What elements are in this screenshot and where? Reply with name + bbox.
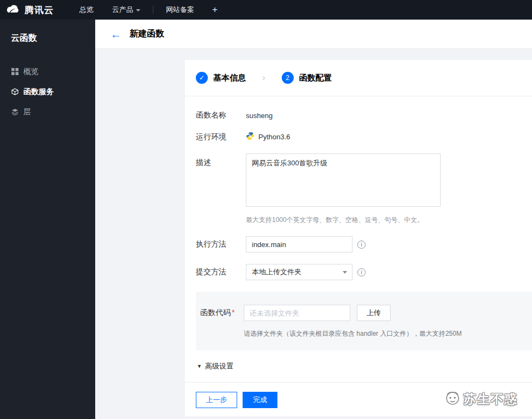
nav-item-overview[interactable]: 总览 (70, 0, 103, 20)
submit-method-select[interactable]: 本地上传文件夹 (246, 264, 352, 280)
sidebar-title: 云函数 (0, 20, 95, 61)
step-chevron-icon: › (262, 72, 265, 83)
chevron-down-icon (136, 9, 140, 11)
grid-icon (11, 68, 18, 75)
step2-number-badge: 2 (282, 72, 294, 84)
runtime-value: Python3.6 (258, 133, 290, 141)
function-config-form: 函数名称 susheng 运行环境 Python3.6 描述 网易云音乐300首… (185, 96, 532, 280)
wechat-account-icon (444, 390, 461, 408)
function-name-row: 函数名称 susheng (196, 110, 521, 120)
description-field-group: 网易云音乐300首歌升级 最大支持1000个英文字母、数字、空格、逗号、句号、中… (246, 153, 441, 225)
function-code-panel: 函数代码* 上传 请选择文件夹（该文件夹根目录应包含 handler 入口文件）… (196, 292, 532, 350)
finish-button[interactable]: 完成 (243, 392, 277, 408)
submit-method-value: 本地上传文件夹 (252, 267, 301, 277)
sidebar-item-label: 层 (23, 107, 31, 117)
runtime-value-group: Python3.6 (246, 132, 290, 142)
runtime-row: 运行环境 Python3.6 (196, 132, 521, 142)
handler-label: 执行方法 (196, 239, 246, 249)
previous-step-button[interactable]: 上一步 (196, 392, 237, 408)
sidebar-item-label: 函数服务 (23, 87, 54, 97)
brand[interactable]: 腾讯云 (0, 4, 54, 16)
function-name-label: 函数名称 (196, 110, 246, 120)
page-header: ← 新建函数 (95, 20, 532, 49)
description-help-text: 最大支持1000个英文字母、数字、空格、逗号、句号、中文。 (246, 215, 441, 225)
description-label: 描述 (196, 153, 246, 168)
upload-button[interactable]: 上传 (357, 305, 391, 321)
step1-label: 基本信息 (213, 73, 246, 83)
page-title: 新建函数 (129, 28, 164, 40)
back-arrow-icon[interactable]: ← (110, 29, 121, 40)
info-icon[interactable]: i (357, 268, 366, 276)
caret-down-icon: ▼ (197, 363, 202, 369)
advanced-settings-toggle[interactable]: ▼ 高级设置 (185, 350, 532, 382)
sidebar-item-overview[interactable]: 概览 (0, 61, 95, 82)
top-nav: 总览 云产品 网站备案 + (70, 0, 226, 20)
sidebar-item-layers[interactable]: 层 (0, 102, 95, 122)
code-upload-row: 函数代码* 上传 (200, 305, 521, 321)
watermark-text: 苏生不惑 (463, 391, 518, 408)
function-cube-icon (11, 88, 18, 95)
nav-item-products[interactable]: 云产品 (103, 0, 150, 20)
function-name-value: susheng (246, 112, 273, 120)
handler-row: 执行方法 i (196, 236, 521, 252)
submit-method-row: 提交方法 本地上传文件夹 i (196, 264, 521, 280)
advanced-settings-label: 高级设置 (205, 361, 233, 371)
submit-method-label: 提交方法 (196, 267, 246, 277)
description-row: 描述 网易云音乐300首歌升级 最大支持1000个英文字母、数字、空格、逗号、句… (196, 153, 521, 225)
add-tab-button[interactable]: + (203, 4, 226, 15)
create-function-card: ✓ 基本信息 › 2 函数配置 函数名称 susheng 运行环境 Python… (185, 60, 532, 416)
function-code-label-text: 函数代码 (200, 308, 231, 317)
handler-input[interactable] (246, 236, 352, 252)
sidebar-item-function-service[interactable]: 函数服务 (0, 82, 95, 102)
step1-check-icon: ✓ (196, 72, 208, 84)
sidebar: 云函数 概览 函数服务 层 (0, 20, 95, 419)
tencent-cloud-logo-icon (5, 4, 21, 16)
topnav-divider (153, 6, 153, 14)
runtime-label: 运行环境 (196, 132, 246, 142)
main-area: ← 新建函数 ✓ 基本信息 › 2 函数配置 函数名称 susheng 运行环境 (95, 20, 532, 419)
function-code-label: 函数代码* (200, 308, 244, 318)
step-indicator: ✓ 基本信息 › 2 函数配置 (185, 60, 532, 96)
description-textarea[interactable]: 网易云音乐300首歌升级 (246, 153, 441, 207)
required-asterisk: * (232, 308, 234, 317)
watermark: 苏生不惑 (444, 390, 518, 408)
brand-name: 腾讯云 (24, 4, 54, 16)
topbar: 腾讯云 总览 云产品 网站备案 + (0, 0, 532, 20)
nav-item-products-label: 云产品 (112, 5, 133, 15)
step2-label: 函数配置 (299, 73, 332, 83)
nav-item-website-record[interactable]: 网站备案 (157, 0, 203, 20)
layers-icon (11, 108, 18, 115)
chevron-down-icon (343, 271, 347, 274)
info-icon[interactable]: i (357, 241, 366, 249)
python-icon (246, 132, 255, 142)
code-help-text: 请选择文件夹（该文件夹根目录应包含 handler 入口文件），最大支持250M (244, 329, 521, 338)
sidebar-item-label: 概览 (23, 67, 39, 77)
folder-path-input[interactable] (244, 305, 350, 321)
